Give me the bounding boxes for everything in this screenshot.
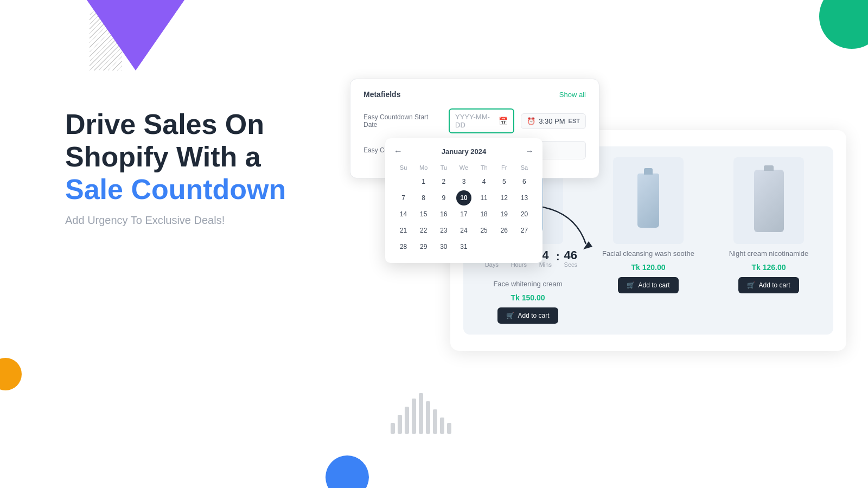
cal-day-5[interactable]: 5: [496, 174, 512, 189]
cal-day-20[interactable]: 20: [516, 207, 532, 222]
start-date-row: Easy Countdown Start Date YYYY-MM-DD 📅 ⏰…: [363, 108, 586, 133]
day-header-th: Th: [475, 162, 494, 173]
date-input[interactable]: YYYY-MM-DD 📅: [449, 108, 514, 133]
product-name-3: Night cream nicotinamide: [729, 249, 809, 258]
add-to-cart-label-3: Add to cart: [758, 281, 790, 289]
cal-day-9[interactable]: 9: [436, 190, 451, 206]
cal-day-10[interactable]: 10: [456, 190, 471, 206]
show-all-link[interactable]: Show all: [559, 91, 586, 99]
product-image-3: [733, 157, 804, 244]
cal-day-29[interactable]: 29: [416, 239, 431, 254]
cal-day-16[interactable]: 16: [436, 207, 451, 222]
product-card-3: Night cream nicotinamide Tk 126.00 🛒 Add…: [713, 157, 825, 324]
cal-day-30[interactable]: 30: [436, 239, 451, 254]
day-header-tu: Tu: [434, 162, 453, 173]
product-name-2: Facial cleansing wash soothe: [602, 249, 694, 258]
day-header-mo: Mo: [414, 162, 433, 173]
add-to-cart-label-1: Add to cart: [518, 312, 549, 319]
calendar: ← January 2024 → Su Mo Tu We Th Fr Sa 1 …: [385, 138, 542, 263]
calendar-prev-btn[interactable]: ←: [394, 147, 403, 156]
cal-day-8[interactable]: 8: [416, 190, 431, 206]
cal-day-31[interactable]: 31: [456, 239, 471, 254]
left-section: Drive Sales OnShopify With a Sale Countd…: [65, 108, 336, 227]
cal-day-6[interactable]: 6: [516, 174, 532, 189]
cal-day-18[interactable]: 18: [476, 207, 492, 222]
cart-icon-3: 🛒: [747, 281, 755, 289]
right-section: 19 Days : 14 Hours : 4 Mins : 46: [326, 0, 868, 488]
add-to-cart-btn-1[interactable]: 🛒 Add to cart: [497, 307, 558, 324]
cal-day-25[interactable]: 25: [476, 223, 492, 238]
calendar-icon: 📅: [499, 117, 508, 125]
product-price-1: Tk 150.00: [510, 293, 545, 302]
product-price-3: Tk 126.00: [751, 263, 786, 272]
cal-day-27[interactable]: 27: [516, 223, 532, 238]
product-card-2: Facial cleansing wash soothe Tk 120.00 🛒…: [592, 157, 704, 324]
time-input[interactable]: ⏰ 3:30 PM EST: [521, 113, 586, 129]
product-bottle-3: [754, 170, 784, 232]
cal-day-15[interactable]: 15: [416, 207, 431, 222]
date-placeholder: YYYY-MM-DD: [455, 113, 494, 129]
add-to-cart-btn-2[interactable]: 🛒 Add to cart: [618, 277, 678, 293]
cal-day-26[interactable]: 26: [496, 223, 512, 238]
metafields-header: Metafields Show all: [363, 90, 586, 99]
product-bottle-2: [637, 174, 659, 228]
calendar-grid: Su Mo Tu We Th Fr Sa 1 2 3 4 5 6 7 8 9 1…: [394, 162, 534, 254]
calendar-month-title: January 2024: [442, 147, 486, 156]
cal-day-13[interactable]: 13: [516, 190, 532, 206]
cal-day-7[interactable]: 7: [396, 190, 411, 206]
cal-day-21[interactable]: 21: [396, 223, 411, 238]
cal-day-19[interactable]: 19: [496, 207, 512, 222]
subheadline: Add Urgency To Exclusive Deals!: [65, 214, 336, 227]
day-header-su: Su: [394, 162, 413, 173]
cal-day-24[interactable]: 24: [456, 223, 471, 238]
cal-day-2[interactable]: 2: [436, 174, 451, 189]
timezone-badge: EST: [569, 118, 580, 124]
cal-day-28[interactable]: 28: [396, 239, 411, 254]
time-value: 3:30 PM: [539, 117, 565, 125]
day-header-sa: Sa: [515, 162, 534, 173]
cal-day-17[interactable]: 17: [456, 207, 471, 222]
calendar-header: ← January 2024 →: [394, 147, 534, 156]
cal-day-11[interactable]: 11: [476, 190, 492, 206]
deco-triangle: [87, 0, 184, 70]
deco-circle-orange: [0, 358, 22, 390]
cal-day-14[interactable]: 14: [396, 207, 411, 222]
add-to-cart-label-2: Add to cart: [638, 281, 669, 289]
svg-marker-0: [583, 241, 592, 249]
clock-icon: ⏰: [527, 117, 535, 125]
metafields-title: Metafields: [363, 90, 400, 99]
start-date-label: Easy Countdown Start Date: [363, 113, 442, 129]
cal-day-3[interactable]: 3: [456, 174, 471, 189]
cal-day-23[interactable]: 23: [436, 223, 451, 238]
cal-day-22[interactable]: 22: [416, 223, 431, 238]
cart-icon-1: 🛒: [506, 312, 514, 319]
cal-day-4[interactable]: 4: [476, 174, 492, 189]
calendar-next-btn[interactable]: →: [525, 147, 534, 156]
add-to-cart-btn-3[interactable]: 🛒 Add to cart: [738, 277, 799, 293]
product-price-2: Tk 120.00: [631, 263, 665, 272]
cal-day-1[interactable]: 1: [416, 174, 431, 189]
day-header-fr: Fr: [495, 162, 514, 173]
cal-day-12[interactable]: 12: [496, 190, 512, 206]
product-name-1: Face whitening cream: [493, 280, 562, 288]
product-image-2: [613, 157, 684, 244]
cart-icon-2: 🛒: [627, 281, 635, 289]
headline-highlight: Sale Countdown: [65, 174, 286, 205]
headline: Drive Sales OnShopify With a Sale Countd…: [65, 108, 336, 206]
day-header-we: We: [454, 162, 473, 173]
